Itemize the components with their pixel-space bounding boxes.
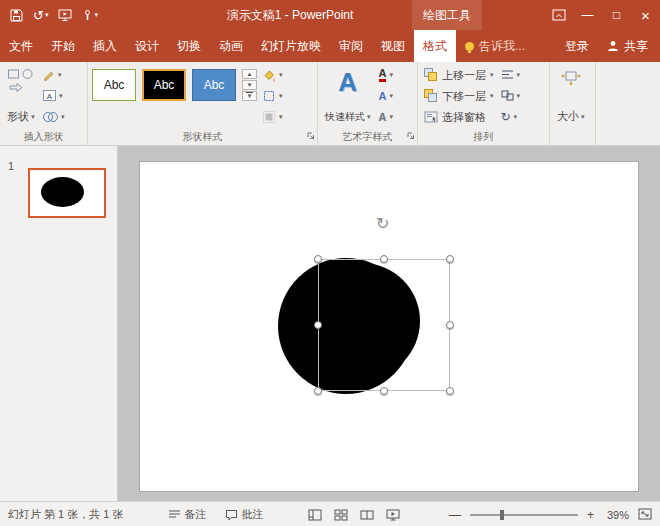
maximize-button[interactable]: □ (602, 0, 631, 30)
wordart-a-icon: A (338, 68, 357, 96)
group-size: 大小 ▾ (550, 62, 596, 145)
gallery-scroll-up-button[interactable]: ▴ (242, 69, 257, 79)
tell-me-box[interactable]: 告诉我... (456, 30, 534, 62)
quick-styles-button[interactable]: A 快速样式 ▾ (322, 65, 374, 127)
close-button[interactable]: × (631, 0, 660, 30)
notes-button[interactable]: 备注 (168, 507, 207, 522)
shape-fill-button[interactable]: ▾ (260, 65, 285, 84)
undo-icon: ↺ (33, 9, 44, 22)
selection-handle[interactable] (380, 255, 388, 263)
group-label-wordart: 艺术字样式 (318, 130, 417, 144)
reading-view-button[interactable] (360, 509, 374, 521)
rotation-handle[interactable]: ↻ (376, 216, 389, 232)
bring-forward-label: 上移一层 (442, 68, 486, 83)
text-fill-button[interactable]: A ▾ (377, 65, 395, 84)
selection-handle[interactable] (314, 321, 322, 329)
slide-1-thumbnail[interactable] (28, 168, 106, 218)
group-wordart-styles: A 快速样式 ▾ A ▾ A ▾ A ▾ (318, 62, 418, 145)
ribbon-tab-row: 文件 开始 插入 设计 切换 动画 幻灯片放映 审阅 视图 格式 告诉我... … (0, 30, 660, 62)
zoom-in-button[interactable]: + (587, 508, 594, 522)
merge-shapes-button[interactable]: ▾ (41, 107, 67, 126)
slide-thumbnail-panel: 1 (0, 146, 118, 501)
start-slideshow-button[interactable] (56, 4, 74, 26)
tab-review[interactable]: 审阅 (330, 30, 372, 62)
selection-handle[interactable] (314, 387, 322, 395)
bring-forward-button[interactable]: 上移一层 ▾ (422, 65, 496, 85)
selection-handle[interactable] (446, 321, 454, 329)
gallery-scroll-down-button[interactable]: ▾ (242, 80, 257, 90)
tab-file[interactable]: 文件 (0, 30, 42, 62)
save-button[interactable] (8, 4, 25, 26)
shape-style-3[interactable]: Abc (192, 69, 236, 101)
fit-slide-button[interactable] (638, 508, 652, 522)
group-arrange: 上移一层 ▾ 下移一层 ▾ 选择窗格 ▾ (418, 62, 550, 145)
comments-button[interactable]: 批注 (225, 507, 264, 522)
selection-handle[interactable] (446, 255, 454, 263)
selection-handle[interactable] (380, 387, 388, 395)
zoom-out-button[interactable]: — (449, 508, 461, 522)
send-backward-label: 下移一层 (442, 89, 486, 104)
shape-outline-button[interactable]: ▾ (260, 86, 285, 105)
gallery-more-button[interactable]: ▾ (242, 91, 257, 101)
selection-handle[interactable] (446, 387, 454, 395)
thumbnail-shape (41, 177, 84, 207)
edit-shape-button[interactable]: ▾ (41, 65, 67, 84)
tab-transitions[interactable]: 切换 (168, 30, 210, 62)
slideshow-view-icon (386, 509, 400, 521)
selection-pane-icon (424, 111, 438, 123)
align-button[interactable]: ▾ (499, 65, 523, 84)
send-backward-button[interactable]: 下移一层 ▾ (422, 86, 496, 106)
selection-handle[interactable] (314, 255, 322, 263)
chevron-down-icon: ▾ (279, 92, 283, 100)
ribbon-display-options-button[interactable] (544, 0, 573, 30)
shape-style-1[interactable]: Abc (92, 69, 136, 101)
group-objects-button[interactable]: ▾ (499, 86, 523, 105)
chevron-down-icon: ▾ (581, 113, 585, 121)
tab-view[interactable]: 视图 (372, 30, 414, 62)
undo-button[interactable]: ↺ ▾ (31, 4, 50, 26)
editing-canvas[interactable]: ↻ (118, 146, 660, 501)
ribbon: 形状 ▾ ▾ A ▾ ▾ 插入形状 (0, 62, 660, 146)
group-label-arrange: 排列 (418, 130, 549, 144)
tab-format[interactable]: 格式 (414, 30, 456, 62)
shapes-icon (7, 68, 35, 94)
shape-style-2-selected[interactable]: Abc (142, 69, 186, 101)
touch-mode-button[interactable]: ▾ (80, 4, 100, 26)
touch-mode-icon (82, 9, 93, 21)
rotate-button[interactable]: ↻ ▾ (499, 107, 523, 126)
tab-insert[interactable]: 插入 (84, 30, 126, 62)
text-effects-button[interactable]: A ▾ (377, 107, 395, 126)
shapes-gallery-button[interactable]: 形状 ▾ (4, 65, 38, 127)
comments-icon (225, 509, 238, 521)
shape-effects-button[interactable]: ▾ (260, 107, 285, 126)
tab-home[interactable]: 开始 (42, 30, 84, 62)
size-button[interactable]: 大小 ▾ (554, 65, 588, 127)
zoom-slider-thumb[interactable] (500, 510, 504, 520)
zoom-slider[interactable] (470, 514, 578, 516)
zoom-percentage[interactable]: 39% (603, 509, 629, 521)
shapes-label: 形状 (7, 109, 29, 124)
minimize-button[interactable]: — (573, 0, 602, 30)
share-button[interactable]: 共享 (607, 38, 648, 55)
text-box-button[interactable]: A ▾ (41, 86, 67, 105)
zoom-controls: — + 39% (449, 508, 652, 522)
tab-slideshow[interactable]: 幻灯片放映 (252, 30, 330, 62)
size-icon (561, 68, 581, 86)
text-effects-icon: A (379, 111, 387, 123)
normal-view-button[interactable] (308, 509, 322, 521)
chevron-down-icon: ▾ (367, 113, 371, 121)
slideshow-view-button[interactable] (386, 509, 400, 521)
group-shape-styles: Abc Abc Abc ▴ ▾ ▾ ▾ ▾ (88, 62, 318, 145)
person-icon (607, 40, 619, 52)
sign-in-button[interactable]: 登录 (565, 38, 589, 55)
chevron-down-icon: ▾ (45, 11, 49, 19)
text-outline-button[interactable]: A ▾ (377, 86, 395, 105)
send-backward-icon (424, 89, 438, 103)
slide[interactable]: ↻ (140, 162, 638, 491)
comments-label: 批注 (242, 507, 264, 522)
tab-design[interactable]: 设计 (126, 30, 168, 62)
slide-sorter-view-button[interactable] (334, 509, 348, 521)
selection-pane-button[interactable]: 选择窗格 (422, 107, 496, 127)
tab-animations[interactable]: 动画 (210, 30, 252, 62)
chevron-down-icon: ▾ (517, 71, 521, 79)
